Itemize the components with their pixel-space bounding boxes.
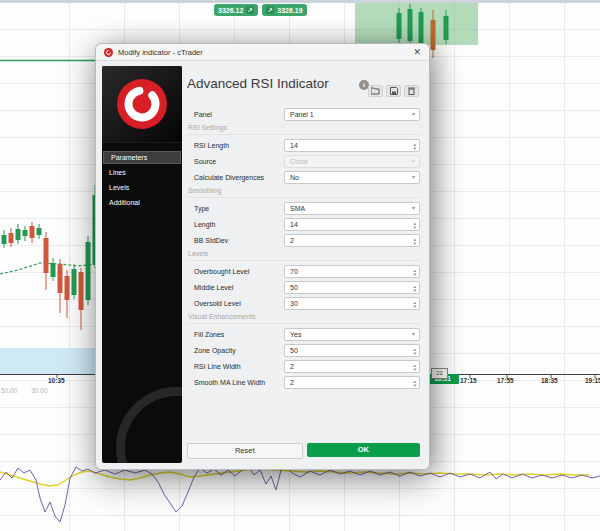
delete-button[interactable] [404, 85, 419, 97]
section-title: Levels [187, 250, 420, 261]
indicator-title: Advanced RSI Indicator [187, 76, 329, 91]
oversold-level-row: Oversold Level 30 ▴▾ [187, 297, 420, 310]
section-title: Visual Enhancements [187, 313, 420, 324]
field-label: Type [187, 205, 284, 212]
stepper-arrows-icon[interactable]: ▴▾ [413, 219, 416, 230]
dialog-title: Modify indicator - cTrader [118, 48, 413, 57]
stepper-arrows-icon[interactable]: ▴▾ [413, 298, 416, 309]
stepper-arrows-icon[interactable]: ▴▾ [413, 140, 416, 151]
field-label: RSI Length [187, 142, 284, 149]
save-icon [390, 87, 398, 95]
zone-opacity-row: Zone Opacity 50 ▴▾ [187, 344, 420, 357]
stepper-arrows-icon[interactable]: ▴▾ [413, 266, 416, 277]
tab-lines[interactable]: Lines [102, 166, 182, 179]
middle-level-row: Middle Level 50 ▴▾ [187, 281, 420, 294]
smoothing-type-row: Type SMA ▾ [187, 202, 420, 215]
field-label: Smooth MA Line Width [187, 379, 284, 386]
source-row: Source Close ▾ [187, 155, 420, 168]
indicator-logo [102, 66, 182, 143]
rsi-line-width-row: RSI Line Width 2 ▴▾ [187, 360, 420, 373]
ok-button[interactable]: OK [307, 443, 421, 457]
open-folder-icon [371, 87, 380, 95]
fill-zones-select[interactable]: Yes ▾ [284, 328, 420, 341]
quote-badges: 3326.12 ↗ ↗ 3326.19 [214, 4, 307, 16]
ctrader-logo-icon [104, 48, 113, 57]
logo-watermark [116, 387, 182, 463]
tab-levels[interactable]: Levels [102, 181, 182, 194]
load-template-button[interactable] [368, 85, 383, 97]
time-axis-label: 17:55 [497, 377, 514, 384]
modify-indicator-dialog: Modify indicator - cTrader ✕ Parameters … [95, 43, 430, 470]
time-axis-label: 17:15 [460, 377, 477, 384]
calculate-divergences-select[interactable]: No ▾ [284, 171, 420, 184]
bb-stddev-row: BB StdDev 2 ▴▾ [187, 234, 420, 247]
chevron-down-icon: ▾ [412, 203, 415, 214]
chevron-down-icon: ▾ [412, 329, 415, 340]
tab-parameters[interactable]: Parameters [103, 151, 181, 164]
field-label: Overbought Level [187, 268, 284, 275]
dialog-titlebar[interactable]: Modify indicator - cTrader ✕ [96, 44, 429, 61]
source-select: Close ▾ [284, 155, 420, 168]
field-label: BB StdDev [187, 237, 284, 244]
trend-arrow-icon: ↗ [246, 6, 254, 14]
crosshair-value-box: 22 [431, 368, 448, 379]
field-label: Middle Level [187, 284, 284, 291]
calculate-divergences-row: Calculate Divergences No ▾ [187, 171, 420, 184]
trading-chart-background: 3326.12 ↗ ↗ 3326.19 10:35 16:51 17:15 17… [0, 0, 600, 531]
chevron-down-icon: ▾ [412, 109, 415, 120]
stepper-arrows-icon[interactable]: ▴▾ [413, 377, 416, 388]
settings-tabs: Parameters Lines Levels Additional [102, 151, 182, 209]
zone-opacity-stepper[interactable]: 50 ▴▾ [284, 344, 420, 357]
save-template-button[interactable] [386, 85, 401, 97]
field-label: Calculate Divergences [187, 174, 284, 181]
stepper-arrows-icon[interactable]: ▴▾ [413, 345, 416, 356]
section-title: Smoothing [187, 187, 420, 198]
rsi-length-stepper[interactable]: 14 ▴▾ [284, 139, 420, 152]
field-label: Source [187, 158, 284, 165]
rsi-length-row: RSI Length 14 ▴▾ [187, 139, 420, 152]
field-label: Fill Zones [187, 331, 284, 338]
sell-price: 3326.12 [218, 7, 243, 14]
dialog-footer: Reset OK [187, 443, 420, 459]
time-axis-label: 18:35 [541, 377, 558, 384]
stepper-arrows-icon[interactable]: ▴▾ [413, 235, 416, 246]
chevron-down-icon: ▾ [412, 156, 415, 167]
smoothing-type-select[interactable]: SMA ▾ [284, 202, 420, 215]
field-label: Oversold Level [187, 300, 284, 307]
time-axis-label: 19:15 [585, 377, 600, 384]
stepper-arrows-icon[interactable]: ▴▾ [413, 282, 416, 293]
oversold-level-stepper[interactable]: 30 ▴▾ [284, 297, 420, 310]
panel-select[interactable]: Panel 1 ▾ [284, 108, 420, 121]
sell-price-badge[interactable]: 3326.12 ↗ [214, 4, 258, 16]
smoothing-length-row: Length 14 ▴▾ [187, 218, 420, 231]
smooth-ma-line-width-stepper[interactable]: 2 ▴▾ [284, 376, 420, 389]
trend-arrow-icon: ↗ [266, 6, 274, 14]
panel-row: Panel Panel 1 ▾ [187, 108, 420, 121]
smoothing-length-stepper[interactable]: 14 ▴▾ [284, 218, 420, 231]
dialog-main: Advanced RSI Indicator i [187, 66, 420, 439]
overbought-level-row: Overbought Level 70 ▴▾ [187, 265, 420, 278]
tab-additional[interactable]: Additional [102, 196, 182, 209]
trash-icon [408, 87, 415, 95]
bb-stddev-stepper[interactable]: 2 ▴▾ [284, 234, 420, 247]
time-axis-label: 10:35 [48, 377, 65, 384]
dialog-sidebar: Parameters Lines Levels Additional [102, 66, 182, 463]
close-icon[interactable]: ✕ [413, 48, 421, 57]
section-title: RSI Settings [187, 124, 420, 135]
indicator-scale-label: 50.00 [1, 387, 17, 394]
middle-level-stepper[interactable]: 50 ▴▾ [284, 281, 420, 294]
field-label: Panel [187, 111, 284, 118]
indicator-scale-label: 30.00 [31, 387, 47, 394]
field-label: Zone Opacity [187, 347, 284, 354]
fill-zones-row: Fill Zones Yes ▾ [187, 328, 420, 341]
field-label: Length [187, 221, 284, 228]
stepper-arrows-icon[interactable]: ▴▾ [413, 361, 416, 372]
buy-price-badge[interactable]: ↗ 3326.19 [262, 4, 306, 16]
reset-button[interactable]: Reset [187, 443, 303, 459]
field-label: RSI Line Width [187, 363, 284, 370]
rsi-line-width-stepper[interactable]: 2 ▴▾ [284, 360, 420, 373]
ctrader-logo-large-icon [114, 76, 170, 132]
buy-price: 3326.19 [277, 7, 302, 14]
overbought-level-stepper[interactable]: 70 ▴▾ [284, 265, 420, 278]
chevron-down-icon: ▾ [412, 172, 415, 183]
